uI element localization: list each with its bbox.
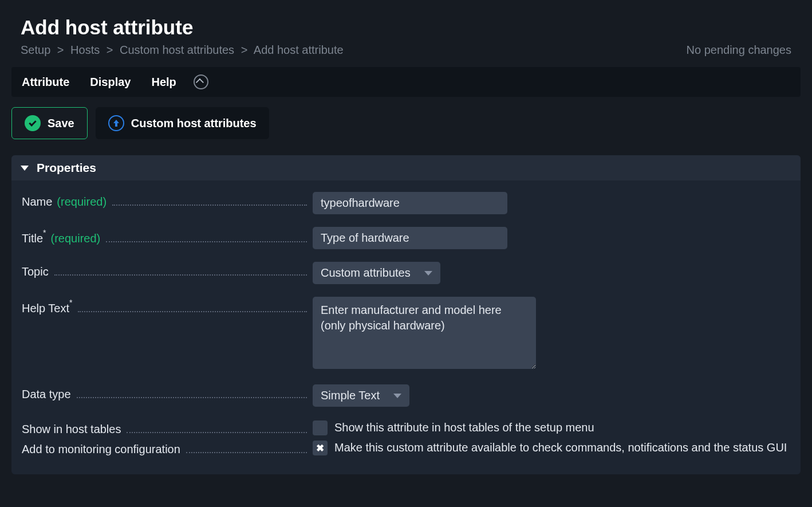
- show-in-tables-text: Show this attribute in host tables of th…: [334, 419, 594, 435]
- collapse-triangle-icon: [21, 166, 29, 171]
- name-input[interactable]: [313, 192, 507, 214]
- show-in-tables-checkbox[interactable]: [313, 420, 328, 435]
- panel-title: Properties: [37, 161, 96, 175]
- action-bar: Save Custom host attributes: [0, 97, 812, 155]
- menu-display[interactable]: Display: [90, 76, 131, 89]
- menubar-collapse-toggle[interactable]: [194, 74, 208, 89]
- breadcrumb-item: Add host attribute: [254, 44, 344, 56]
- properties-panel: Properties Name (required) Title* (requi…: [11, 155, 801, 474]
- label-add-to-monitoring: Add to monitoring configuration: [22, 443, 180, 456]
- row-add-to-monitoring: Add to monitoring configuration Make thi…: [22, 439, 790, 456]
- required-marker: (required): [57, 195, 107, 209]
- label-title: Title*: [22, 230, 46, 245]
- pending-changes-status[interactable]: No pending changes: [687, 44, 791, 57]
- label-show-in-tables: Show in host tables: [22, 423, 121, 436]
- breadcrumb-item[interactable]: Custom host attributes: [120, 44, 234, 56]
- panel-header[interactable]: Properties: [11, 155, 801, 180]
- title-input[interactable]: [313, 227, 507, 249]
- topic-select[interactable]: Custom attributes: [313, 262, 440, 284]
- row-show-in-tables: Show in host tables Show this attribute …: [22, 419, 790, 436]
- label-data-type: Data type: [22, 388, 71, 401]
- breadcrumb: Setup > Hosts > Custom host attributes >…: [21, 44, 344, 57]
- form-body: Name (required) Title* (required) Topic: [11, 180, 801, 474]
- row-help-text: Help Text*: [22, 297, 790, 372]
- menu-help[interactable]: Help: [151, 76, 176, 89]
- chevron-down-icon: [424, 271, 432, 276]
- save-button[interactable]: Save: [11, 107, 88, 139]
- required-marker: (required): [51, 232, 101, 245]
- label-topic: Topic: [22, 265, 49, 278]
- breadcrumb-item[interactable]: Setup: [21, 44, 50, 56]
- row-topic: Topic Custom attributes: [22, 262, 790, 284]
- up-arrow-icon: [108, 115, 124, 131]
- chevron-down-icon: [393, 394, 401, 398]
- help-text-textarea[interactable]: [313, 297, 536, 369]
- menubar: Attribute Display Help: [11, 67, 801, 97]
- page-title: Add host attribute: [21, 16, 344, 39]
- add-to-monitoring-checkbox[interactable]: [313, 441, 328, 455]
- add-to-monitoring-text: Make this custom attribute available to …: [334, 439, 787, 455]
- label-name: Name: [22, 195, 52, 209]
- row-title: Title* (required): [22, 227, 790, 249]
- menu-attribute[interactable]: Attribute: [22, 76, 69, 89]
- row-name: Name (required): [22, 192, 790, 214]
- chevron-up-icon: [196, 78, 204, 87]
- row-data-type: Data type Simple Text: [22, 384, 790, 407]
- data-type-select[interactable]: Simple Text: [313, 384, 409, 407]
- page-header: Add host attribute Setup > Hosts > Custo…: [0, 0, 812, 67]
- custom-host-attributes-button[interactable]: Custom host attributes: [96, 107, 269, 139]
- label-help-text: Help Text*: [22, 300, 72, 315]
- breadcrumb-item[interactable]: Hosts: [70, 44, 100, 56]
- check-icon: [25, 115, 41, 131]
